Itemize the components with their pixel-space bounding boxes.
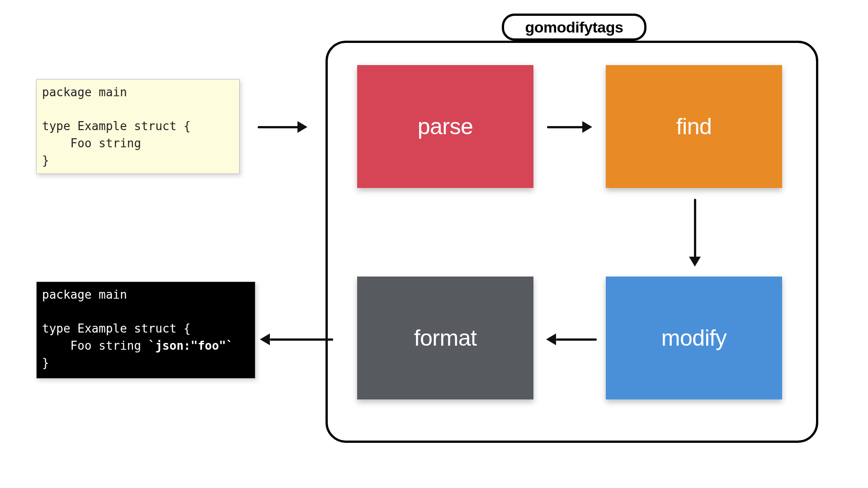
output-code-post: } <box>42 356 49 370</box>
pipeline-title-text: gomodifytags <box>525 19 623 36</box>
pipeline-title: gomodifytags <box>502 14 646 41</box>
output-code-tag: `json:"foo"` <box>148 339 233 352</box>
arrow-shaft <box>694 199 696 258</box>
stage-parse: parse <box>357 65 533 188</box>
arrow-head-icon <box>260 333 270 345</box>
arrow-parse-to-find <box>547 121 592 133</box>
arrow-head-icon <box>297 121 307 133</box>
arrow-input-to-parse <box>258 121 307 133</box>
stage-modify: modify <box>606 277 782 399</box>
arrow-format-to-output <box>260 333 333 345</box>
output-code-block: package main type Example struct { Foo s… <box>36 282 255 379</box>
input-code-text: package main type Example struct { Foo s… <box>42 85 191 167</box>
stage-find: find <box>606 65 782 188</box>
stage-parse-label: parse <box>418 113 473 140</box>
stage-find-label: find <box>676 113 712 140</box>
arrow-head-icon <box>689 257 701 267</box>
input-code-block: package main type Example struct { Foo s… <box>36 79 240 174</box>
stage-modify-label: modify <box>661 325 726 351</box>
diagram-canvas: package main type Example struct { Foo s… <box>0 0 868 488</box>
arrow-shaft <box>258 126 298 128</box>
arrow-head-icon <box>546 333 556 345</box>
arrow-modify-to-format <box>546 333 597 345</box>
stage-format: format <box>357 277 533 399</box>
arrow-find-to-modify <box>689 199 701 267</box>
arrow-shaft <box>547 126 583 128</box>
arrow-shaft <box>270 338 333 341</box>
stage-format-label: format <box>414 325 477 351</box>
arrow-shaft <box>556 338 597 341</box>
arrow-head-icon <box>582 121 592 133</box>
